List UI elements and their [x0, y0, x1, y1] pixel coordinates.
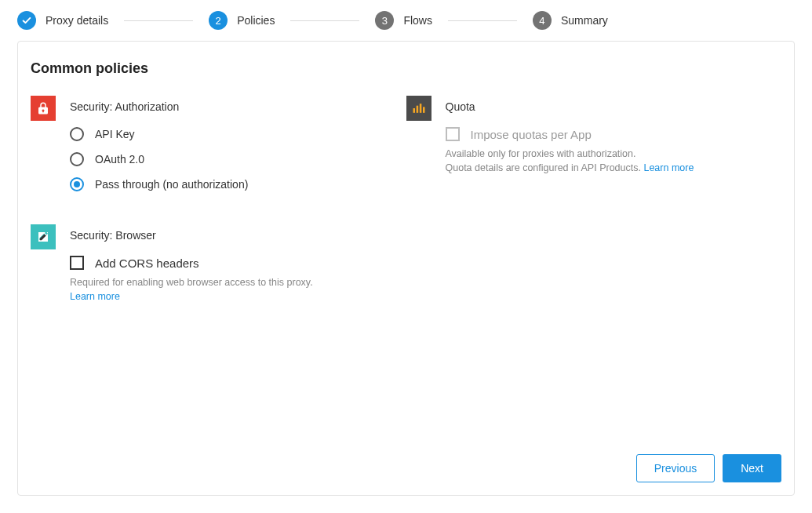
step-divider — [124, 20, 193, 21]
section-security-authorization: Security: Authorization API Key OAuth 2.… — [31, 96, 406, 202]
section-heading: Security: Browser — [70, 229, 400, 242]
radio-label: OAuth 2.0 — [95, 153, 144, 166]
radio-icon — [70, 127, 84, 141]
radio-api-key[interactable]: API Key — [70, 127, 400, 141]
step-proxy-details[interactable]: Proxy details — [17, 11, 108, 30]
step-number: 3 — [375, 11, 394, 30]
step-flows[interactable]: 3 Flows — [375, 11, 432, 30]
help-line-2: Quota details are configured in API Prod… — [446, 162, 644, 173]
step-policies[interactable]: 2 Policies — [209, 11, 275, 30]
section-heading: Security: Authorization — [70, 100, 400, 113]
next-button[interactable]: Next — [723, 454, 781, 482]
help-text: Required for enabling web browser access… — [70, 276, 400, 304]
step-summary[interactable]: 4 Summary — [533, 11, 608, 30]
step-label: Flows — [403, 14, 432, 27]
step-label: Policies — [237, 14, 275, 27]
svg-rect-3 — [423, 107, 425, 113]
radio-oauth[interactable]: OAuth 2.0 — [70, 152, 400, 166]
radio-pass-through[interactable]: Pass through (no authorization) — [70, 177, 400, 191]
step-number: 4 — [533, 11, 552, 30]
step-label: Summary — [561, 14, 608, 27]
card-title: Common policies — [31, 60, 781, 77]
step-label: Proxy details — [46, 14, 108, 27]
svg-rect-2 — [419, 104, 421, 113]
step-number: 2 — [209, 11, 228, 30]
learn-more-link[interactable]: Learn more — [643, 162, 694, 173]
checkbox-label: Add CORS headers — [95, 256, 199, 270]
help-text: Available only for proxies with authoriz… — [446, 147, 776, 175]
card-footer: Previous Next — [31, 442, 781, 482]
pencil-icon — [31, 224, 56, 249]
section-quota: Quota Impose quotas per App Available on… — [406, 96, 782, 202]
section-heading: Quota — [446, 100, 776, 113]
checkbox-icon — [446, 127, 460, 141]
policies-card: Common policies Security: Authorization … — [17, 41, 795, 496]
checkbox-impose-quotas[interactable]: Impose quotas per App — [446, 127, 776, 141]
help-line: Required for enabling web browser access… — [70, 277, 313, 288]
radio-icon — [70, 152, 84, 166]
checkbox-label: Impose quotas per App — [471, 128, 592, 141]
lock-icon — [31, 96, 56, 121]
help-line-1: Available only for proxies with authoriz… — [446, 148, 636, 159]
checkbox-icon — [70, 256, 84, 270]
step-divider — [290, 20, 359, 21]
svg-rect-0 — [413, 108, 415, 113]
radio-label: Pass through (no authorization) — [95, 178, 248, 191]
radio-label: API Key — [95, 128, 135, 140]
section-security-browser: Security: Browser Add CORS headers Requi… — [31, 224, 406, 304]
wizard-stepper: Proxy details 2 Policies 3 Flows 4 Summa… — [0, 0, 812, 41]
check-icon — [17, 11, 36, 30]
previous-button[interactable]: Previous — [636, 454, 715, 482]
radio-icon — [70, 177, 84, 191]
bar-chart-icon — [406, 96, 431, 121]
checkbox-add-cors[interactable]: Add CORS headers — [70, 256, 400, 270]
step-divider — [448, 20, 517, 21]
learn-more-link[interactable]: Learn more — [70, 291, 120, 302]
svg-rect-1 — [416, 106, 418, 113]
